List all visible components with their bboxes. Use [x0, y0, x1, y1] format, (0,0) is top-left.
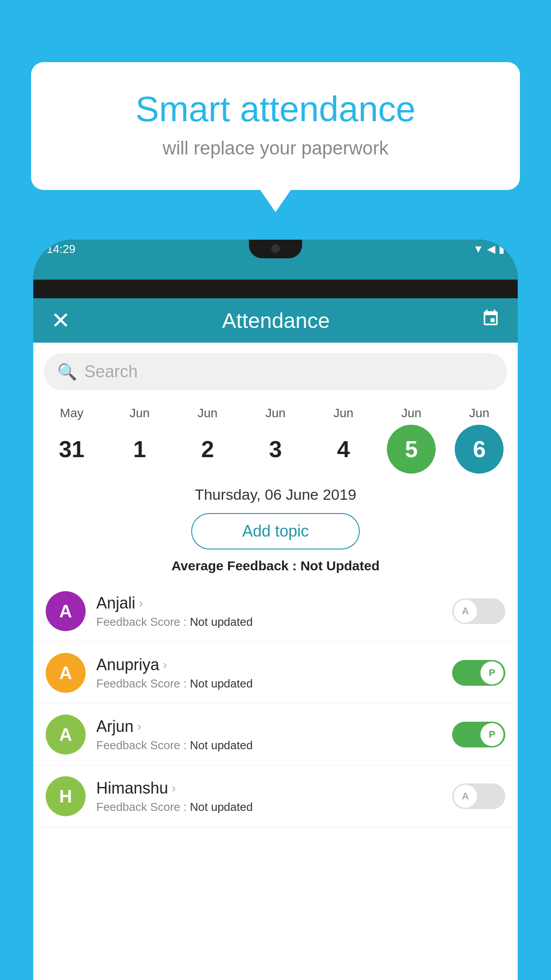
date-number[interactable]: 4 [319, 425, 368, 474]
close-icon[interactable]: ✕ [51, 307, 71, 334]
student-item[interactable]: HHimanshu ›Feedback Score : Not updatedA [33, 766, 518, 827]
student-info: Himanshu ›Feedback Score : Not updated [96, 779, 441, 814]
date-number[interactable]: 3 [251, 425, 300, 474]
signal-icon: ◀ [487, 243, 495, 255]
date-month: Jun [334, 406, 354, 420]
student-info: Arjun ›Feedback Score : Not updated [96, 717, 441, 752]
student-feedback: Feedback Score : Not updated [96, 677, 441, 691]
date-item[interactable]: Jun3 [247, 406, 304, 474]
status-icons: ▼ ◀ ▮ [473, 243, 504, 255]
date-item[interactable]: Jun2 [179, 406, 236, 474]
chevron-icon: › [137, 719, 141, 734]
student-feedback: Feedback Score : Not updated [96, 615, 441, 629]
student-item[interactable]: AAnupriya ›Feedback Score : Not updatedP [33, 642, 518, 704]
attendance-toggle[interactable]: A [452, 783, 505, 809]
date-month: Jun [197, 406, 217, 420]
attendance-toggle[interactable]: P [452, 722, 505, 747]
calendar-icon[interactable] [481, 309, 500, 332]
search-bar[interactable]: 🔍 Search [44, 353, 507, 390]
avatar: A [46, 653, 86, 693]
status-time: 14:29 [47, 242, 75, 256]
bubble-title: Smart attendance [67, 89, 484, 130]
bubble-subtitle: will replace your paperwork [67, 138, 484, 159]
student-info: Anupriya ›Feedback Score : Not updated [96, 656, 441, 691]
add-topic-button[interactable]: Add topic [191, 513, 360, 549]
student-item[interactable]: AArjun ›Feedback Score : Not updatedP [33, 704, 518, 766]
student-feedback: Feedback Score : Not updated [96, 739, 441, 752]
phone-top-bar: 14:29 ▼ ◀ ▮ [33, 240, 518, 280]
student-name: Arjun › [96, 717, 441, 736]
search-placeholder: Search [84, 362, 138, 381]
feedback-value: Not Updated [300, 558, 379, 573]
date-number[interactable]: 2 [183, 425, 232, 474]
selected-date-label: Thursday, 06 June 2019 [33, 486, 518, 503]
student-name: Anupriya › [96, 656, 441, 674]
date-number[interactable]: 5 [387, 425, 436, 474]
avatar: A [46, 591, 86, 631]
phone-frame: 14:29 ▼ ◀ ▮ ✕ Attendance 🔍 Search May31J [33, 240, 518, 980]
camera-notch [271, 244, 280, 253]
feedback-prefix: Average Feedback : [171, 558, 300, 573]
student-list: AAnjali ›Feedback Score : Not updatedAAA… [33, 581, 518, 827]
app-bar-title: Attendance [222, 308, 330, 333]
date-number[interactable]: 6 [455, 425, 504, 474]
wifi-icon: ▼ [473, 243, 484, 255]
student-info: Anjali ›Feedback Score : Not updated [96, 594, 441, 629]
student-name: Anjali › [96, 594, 441, 612]
student-feedback: Feedback Score : Not updated [96, 800, 441, 814]
avatar: H [46, 776, 86, 816]
date-item[interactable]: Jun6 [450, 406, 508, 474]
attendance-toggle[interactable]: A [452, 598, 505, 624]
date-month: Jun [265, 406, 285, 420]
date-month: Jun [130, 406, 150, 420]
toggle-thumb: P [480, 661, 504, 684]
date-month: May [60, 406, 83, 420]
date-row: May31Jun1Jun2Jun3Jun4Jun5Jun6 [33, 397, 518, 474]
chevron-icon: › [172, 781, 176, 795]
battery-icon: ▮ [499, 243, 504, 255]
avatar: A [46, 715, 86, 755]
app-bar: ✕ Attendance [33, 298, 518, 343]
date-item[interactable]: May31 [43, 406, 101, 474]
average-feedback-label: Average Feedback : Not Updated [33, 558, 518, 573]
speech-bubble: Smart attendance will replace your paper… [31, 62, 520, 190]
date-number[interactable]: 1 [115, 425, 164, 474]
date-month: Jun [401, 406, 421, 420]
notch [249, 240, 302, 258]
date-month: Jun [469, 406, 489, 420]
toggle-thumb: P [480, 723, 504, 746]
attendance-toggle[interactable]: P [452, 660, 505, 686]
date-number[interactable]: 31 [47, 425, 96, 474]
date-item[interactable]: Jun4 [315, 406, 372, 474]
toggle-thumb: A [454, 785, 477, 808]
speech-bubble-container: Smart attendance will replace your paper… [31, 62, 520, 190]
toggle-thumb: A [454, 600, 477, 623]
screen-content: 🔍 Search May31Jun1Jun2Jun3Jun4Jun5Jun6 T… [33, 343, 518, 980]
chevron-icon: › [163, 658, 167, 672]
chevron-icon: › [139, 596, 143, 610]
date-item[interactable]: Jun5 [382, 406, 440, 474]
date-item[interactable]: Jun1 [111, 406, 169, 474]
student-name: Himanshu › [96, 779, 441, 798]
search-icon: 🔍 [57, 363, 77, 381]
student-item[interactable]: AAnjali ›Feedback Score : Not updatedA [33, 581, 518, 642]
